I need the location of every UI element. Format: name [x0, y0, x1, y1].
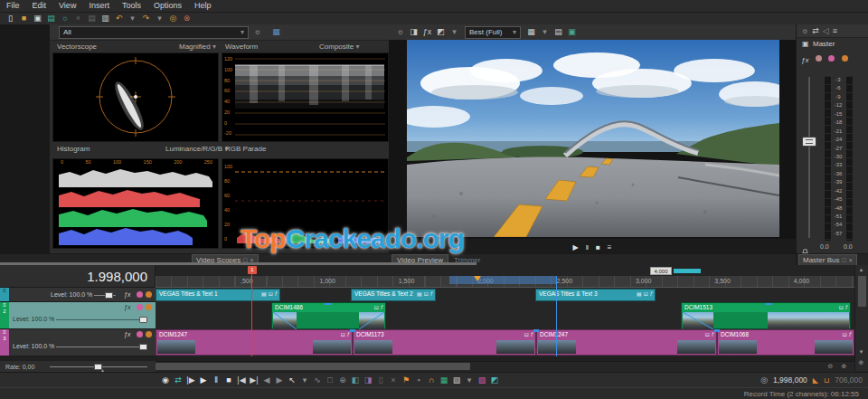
pause-button[interactable]: ‖: [210, 374, 222, 387]
clip-gain-handle[interactable]: [765, 303, 772, 305]
go-to-end-button[interactable]: ▶|: [248, 374, 260, 387]
fade-handle[interactable]: [533, 329, 539, 332]
insert-marker-button[interactable]: ⚑: [400, 374, 412, 387]
play-button[interactable]: ▶: [197, 374, 210, 387]
menu-item[interactable]: Edit: [26, 0, 53, 12]
record-button[interactable]: ◉: [159, 374, 172, 387]
track-2-level-knob[interactable]: [139, 317, 147, 323]
pink-tool-button[interactable]: ▨: [476, 374, 488, 387]
preview-play-button[interactable]: ▶: [573, 243, 579, 252]
track-1-grip[interactable]: ≡: [0, 288, 9, 301]
waveform-mode-select[interactable]: Composite ▾: [319, 43, 360, 51]
play-from-start-button[interactable]: |▶: [184, 374, 197, 387]
new-project-icon[interactable]: ▯: [4, 13, 17, 24]
auto-ripple-button[interactable]: ∩: [425, 374, 438, 387]
redo-icon[interactable]: ↷: [139, 13, 153, 24]
cursor-time-display[interactable]: 1.998,000: [0, 265, 156, 288]
dim-output-icon[interactable]: ◁: [823, 26, 829, 35]
meter-options-icon[interactable]: ≡: [833, 26, 837, 35]
redo-caret-icon[interactable]: ▾: [153, 13, 166, 24]
track-fx-button[interactable]: ƒx: [124, 291, 130, 298]
histogram-mode-select[interactable]: Luminance/R/G/B ▾: [165, 145, 228, 153]
split-tool-button[interactable]: ◨: [362, 374, 374, 387]
selection-tool-button[interactable]: □: [324, 374, 336, 387]
snap-toggle-button[interactable]: ▯: [374, 374, 387, 387]
track-header-3[interactable]: ≡3 ƒx Level: 100.0 %: [0, 329, 156, 356]
vectorscope-mode-select[interactable]: Magnified ▾: [179, 43, 216, 51]
menu-item[interactable]: View: [52, 0, 82, 12]
lock-envelopes-button[interactable]: ▪: [412, 374, 425, 387]
track-lane-3[interactable]: DCIM1247 ⊡ƒ DCIM1173 ⊡ƒ DCIM1247 ⊡ƒ DCIM…: [156, 329, 854, 357]
external-monitor-icon[interactable]: ◨: [407, 26, 420, 38]
timeline-clip[interactable]: VEGAS Titles & Text 2 ▤⊡ƒ: [351, 289, 436, 301]
preview-settings-icon[interactable]: ☼: [393, 26, 407, 38]
menu-item[interactable]: Insert: [82, 0, 116, 12]
zoom-in-icon[interactable]: ⊕: [838, 363, 850, 370]
timeline-clip[interactable]: DCIM1247 ⊡ƒ: [536, 329, 717, 356]
solo-button[interactable]: [146, 331, 152, 337]
preview-menu-button[interactable]: ≡: [608, 243, 612, 252]
timeline-clip[interactable]: VEGAS Titles & Text 3 ▤⊡ƒ: [535, 289, 656, 301]
preview-pause-button[interactable]: ‖: [586, 243, 589, 252]
menu-item[interactable]: Help: [188, 0, 218, 12]
marker-strip[interactable]: [156, 265, 854, 276]
record-arm-button[interactable]: [842, 55, 848, 62]
solo-button[interactable]: [146, 291, 152, 298]
volume-fader-handle[interactable]: [802, 137, 816, 147]
h-scroll-thumb[interactable]: [156, 363, 470, 370]
v-scroll-thumb[interactable]: [858, 276, 866, 307]
dock-splitter[interactable]: [0, 262, 476, 265]
track-header-2[interactable]: ≡2 ƒx Level: 100.0 %: [0, 302, 156, 329]
scroll-up-icon[interactable]: ▴: [855, 266, 867, 273]
split-screen-icon[interactable]: ◩: [434, 26, 448, 38]
overlays-grid-icon[interactable]: ▦: [524, 26, 538, 38]
cursor-position-value[interactable]: 1,998,000: [773, 375, 807, 385]
track-3-grip[interactable]: ≡3: [0, 329, 9, 356]
overlays-caret-icon[interactable]: ▾: [538, 26, 552, 38]
timeline-clip[interactable]: DCIM1513 ⊡ƒ: [681, 302, 851, 329]
track-3-level-slider[interactable]: [56, 347, 146, 347]
undo-icon[interactable]: ↶: [112, 13, 126, 24]
track-fx-button[interactable]: ƒx: [124, 331, 130, 337]
envelope-tool-button[interactable]: ∿: [311, 374, 324, 387]
trim-tool-button[interactable]: ◧: [349, 374, 362, 387]
selection-end-value[interactable]: 706,000: [835, 375, 863, 385]
open-project-icon[interactable]: ■: [17, 13, 31, 24]
delete-button[interactable]: ×: [387, 374, 400, 387]
timeline-clip[interactable]: VEGAS Titles & Text 1 ▤⊡ƒ: [156, 289, 280, 301]
more-tools-caret-icon[interactable]: ▾: [463, 374, 476, 387]
mute-button[interactable]: [137, 291, 143, 298]
edit-tool-caret-icon[interactable]: ▾: [298, 374, 311, 387]
interactive-tutorials-icon[interactable]: ◎: [166, 13, 180, 24]
zoom-in-icon[interactable]: ⊕: [855, 359, 867, 366]
track-1-level-knob[interactable]: [105, 292, 113, 299]
track-fx-button[interactable]: ƒx: [124, 304, 130, 310]
insert-fx-button[interactable]: ƒx: [801, 56, 808, 64]
cut-icon[interactable]: ×: [71, 13, 85, 24]
project-properties-icon[interactable]: ☼: [58, 13, 71, 24]
envelope-edit-button[interactable]: ▦: [438, 374, 450, 387]
teal-tool-button[interactable]: ◩: [488, 374, 501, 387]
mute-button[interactable]: [137, 304, 143, 310]
timeline-clip[interactable]: DCIM1068 ⊡ƒ: [717, 329, 854, 356]
track-lane-1[interactable]: VEGAS Titles & Text 1 ▤⊡ƒ VEGAS Titles &…: [156, 288, 854, 303]
ruler-selection[interactable]: [449, 276, 556, 284]
loop-playback-button[interactable]: ⇄: [172, 374, 184, 387]
mute-button[interactable]: [137, 331, 143, 337]
track-2-grip[interactable]: ≡2: [0, 302, 9, 328]
video-output-fx-icon[interactable]: ƒx: [420, 26, 434, 38]
preview-stop-button[interactable]: ■: [596, 243, 600, 252]
scope-settings-icon[interactable]: ☼: [250, 26, 264, 38]
more-tools-button[interactable]: ▧: [450, 374, 463, 387]
menu-item[interactable]: Options: [147, 0, 188, 12]
marker-flag-1[interactable]: 1: [248, 266, 257, 274]
timeline-v-scrollbar[interactable]: ▴ ▾ ⊕: [854, 265, 868, 371]
fade-handle[interactable]: [714, 329, 720, 332]
previous-frame-button[interactable]: ◀: [260, 374, 273, 387]
edit-tool-button[interactable]: ↖: [286, 374, 298, 387]
save-project-icon[interactable]: ▣: [31, 13, 44, 24]
track-lane-2[interactable]: DCIM1486 ⊡ƒ DCIM1513 ⊡ƒ: [156, 302, 854, 330]
split-screen-caret-icon[interactable]: ▾: [448, 26, 461, 38]
region-label-box[interactable]: 4,000: [650, 267, 672, 275]
timeline-clip[interactable]: DCIM1486 ⊡ƒ: [271, 302, 386, 329]
